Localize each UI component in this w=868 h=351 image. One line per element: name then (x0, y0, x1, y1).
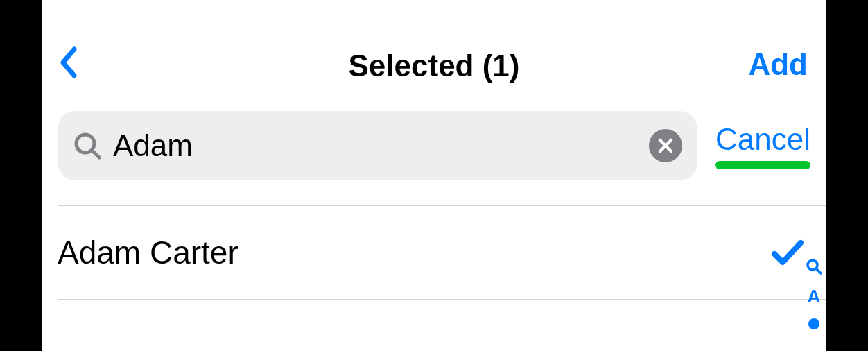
svg-line-5 (816, 268, 821, 273)
cancel-button[interactable]: Cancel (715, 122, 810, 157)
search-icon (73, 131, 102, 160)
page-title: Selected (1) (42, 49, 826, 83)
cancel-wrap: Cancel (715, 122, 810, 169)
search-row: Cancel (42, 104, 826, 187)
results-list: Adam Carter (42, 205, 826, 300)
header: Selected (1) Add (42, 0, 826, 104)
clear-search-button[interactable] (649, 129, 682, 162)
index-rail[interactable]: A (804, 258, 824, 329)
search-icon[interactable] (806, 258, 822, 275)
list-separator (58, 299, 826, 300)
svg-line-1 (92, 151, 99, 157)
search-input[interactable] (113, 128, 638, 163)
index-dot-icon[interactable] (808, 318, 819, 329)
contact-row[interactable]: Adam Carter (42, 206, 826, 299)
add-button[interactable]: Add (748, 47, 808, 82)
search-box[interactable] (58, 111, 697, 180)
contact-name: Adam Carter (58, 234, 238, 271)
close-icon (657, 137, 674, 154)
cancel-highlight (715, 161, 810, 169)
checkmark-icon (770, 237, 805, 268)
index-letter[interactable]: A (808, 286, 821, 307)
